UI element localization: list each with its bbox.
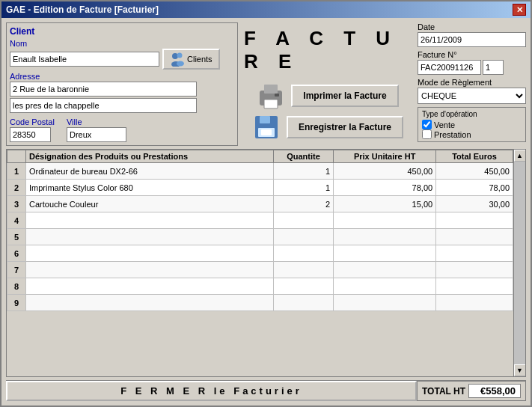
row-designation-5 bbox=[26, 229, 274, 245]
row-total-3: 30,00 bbox=[436, 196, 513, 212]
row-designation-3: Cartouche Couleur bbox=[26, 196, 274, 212]
save-button[interactable]: Enregistrer la Facture bbox=[287, 116, 403, 138]
scrollbar: ▲ ▼ bbox=[513, 150, 525, 376]
col-designation-header: Désignation des Produits ou Prestations bbox=[26, 150, 274, 163]
row-total-7 bbox=[436, 262, 513, 278]
fermer-button[interactable]: F E R M E R le Facturier bbox=[6, 381, 417, 401]
code-postal-label: Code Postal bbox=[10, 117, 55, 126]
facture-num-input[interactable] bbox=[418, 60, 481, 75]
scroll-down-arrow[interactable]: ▼ bbox=[514, 364, 526, 376]
row-designation-2: Imprimante Stylus Color 680 bbox=[26, 180, 274, 196]
row-designation-6 bbox=[26, 245, 274, 262]
row-qty-5 bbox=[273, 229, 333, 245]
row-qty-3: 2 bbox=[273, 196, 333, 212]
row-num-1: 1 bbox=[7, 163, 26, 180]
col-total-header: Total Euros bbox=[436, 150, 513, 163]
col-prix-header: Prix Unitaire HT bbox=[334, 150, 436, 163]
row-total-1: 450,00 bbox=[436, 163, 513, 180]
facture-num-label: Facture N° bbox=[418, 50, 526, 59]
svg-rect-11 bbox=[261, 129, 272, 135]
row-price-7 bbox=[334, 262, 436, 278]
adresse1-input[interactable] bbox=[10, 82, 197, 97]
row-price-4 bbox=[334, 212, 436, 229]
table-wrapper: Désignation des Produits ou Prestations … bbox=[7, 150, 525, 376]
facture-suffix-input[interactable] bbox=[483, 60, 504, 75]
row-qty-2: 1 bbox=[273, 180, 333, 196]
top-section: Client Nom Clients Adr bbox=[6, 22, 526, 146]
row-num-9: 9 bbox=[7, 295, 26, 311]
total-value: €558,00 bbox=[468, 384, 521, 398]
bottom-bar: F E R M E R le Facturier TOTAL HT €558,0… bbox=[6, 380, 526, 401]
close-button[interactable]: ✕ bbox=[513, 4, 526, 16]
svg-point-3 bbox=[177, 61, 184, 67]
content-area: Client Nom Clients Adr bbox=[1, 18, 531, 406]
invoice-table-section: Désignation des Produits ou Prestations … bbox=[6, 149, 526, 377]
print-button[interactable]: Imprimer la Facture bbox=[291, 85, 398, 107]
total-label: TOTAL HT bbox=[422, 386, 465, 397]
svg-rect-7 bbox=[275, 94, 279, 97]
row-price-8 bbox=[334, 278, 436, 295]
clients-btn-label: Clients bbox=[187, 55, 213, 64]
adresse-label: Adresse bbox=[10, 72, 234, 81]
save-icon bbox=[252, 113, 281, 141]
row-price-2: 78,00 bbox=[334, 180, 436, 196]
mode-select[interactable]: CHEQUE ESPECES CARTE VIREMENT bbox=[418, 88, 526, 104]
operation-box: Type d'opération Vente Prestation bbox=[418, 107, 526, 142]
row-price-9 bbox=[334, 295, 436, 311]
row-total-9 bbox=[436, 295, 513, 311]
facture-num-group: Facture N° bbox=[418, 50, 526, 75]
mode-group: Mode de Règlement CHEQUE ESPECES CARTE V… bbox=[418, 78, 526, 104]
scroll-up-arrow[interactable]: ▲ bbox=[514, 150, 526, 162]
vente-checkbox[interactable] bbox=[422, 120, 432, 129]
clients-icon bbox=[170, 52, 185, 67]
row-qty-9 bbox=[273, 295, 333, 311]
code-postal-input[interactable] bbox=[10, 127, 51, 142]
printer-icon bbox=[257, 82, 285, 110]
clients-button[interactable]: Clients bbox=[162, 49, 220, 70]
row-designation-4 bbox=[26, 212, 274, 229]
row-designation-9 bbox=[26, 295, 274, 311]
row-price-6 bbox=[334, 245, 436, 262]
prestation-checkbox[interactable] bbox=[422, 129, 432, 139]
svg-point-1 bbox=[177, 53, 183, 58]
nom-input[interactable] bbox=[10, 52, 159, 67]
date-input[interactable] bbox=[418, 32, 526, 47]
invoice-table: Désignation des Produits ou Prestations … bbox=[7, 150, 513, 311]
col-num-header bbox=[7, 150, 26, 163]
table-header-row: Désignation des Produits ou Prestations … bbox=[7, 150, 513, 163]
table-row: 6 bbox=[7, 245, 513, 262]
row-designation-1: Ordinateur de bureau DX2-66 bbox=[26, 163, 274, 180]
ville-label: Ville bbox=[67, 117, 126, 126]
facture-panel: F A C T U R E Imprimer la Facture bbox=[244, 22, 412, 146]
adresse2-input[interactable] bbox=[10, 98, 197, 113]
print-row: Imprimer la Facture bbox=[257, 82, 398, 110]
row-total-2: 78,00 bbox=[436, 180, 513, 196]
row-num-8: 8 bbox=[7, 278, 26, 295]
svg-rect-6 bbox=[264, 100, 278, 108]
svg-rect-5 bbox=[264, 85, 278, 94]
main-window: GAE - Edition de Facture [Facturier] ✕ C… bbox=[0, 0, 532, 407]
vente-row: Vente bbox=[422, 120, 522, 129]
table-scroll: Désignation des Produits ou Prestations … bbox=[7, 150, 513, 376]
table-row: 8 bbox=[7, 278, 513, 295]
row-qty-1: 1 bbox=[273, 163, 333, 180]
row-price-3: 15,00 bbox=[334, 196, 436, 212]
date-label: Date bbox=[418, 22, 526, 31]
ville-input[interactable] bbox=[67, 127, 126, 142]
client-section-title: Client bbox=[10, 26, 234, 37]
table-row: 3 Cartouche Couleur 2 15,00 30,00 bbox=[7, 196, 513, 212]
row-num-4: 4 bbox=[7, 212, 26, 229]
scroll-track bbox=[514, 162, 525, 364]
title-bar: GAE - Edition de Facture [Facturier] ✕ bbox=[1, 1, 531, 18]
table-row: 1 Ordinateur de bureau DX2-66 1 450,00 4… bbox=[7, 163, 513, 180]
prestation-row: Prestation bbox=[422, 129, 522, 139]
table-row: 2 Imprimante Stylus Color 680 1 78,00 78… bbox=[7, 180, 513, 196]
ville-group: Ville bbox=[67, 115, 126, 142]
row-qty-7 bbox=[273, 262, 333, 278]
row-total-4 bbox=[436, 212, 513, 229]
row-qty-6 bbox=[273, 245, 333, 262]
vente-label: Vente bbox=[434, 120, 455, 129]
row-num-5: 5 bbox=[7, 229, 26, 245]
mode-label: Mode de Règlement bbox=[418, 78, 526, 87]
facture-num-row bbox=[418, 60, 526, 75]
